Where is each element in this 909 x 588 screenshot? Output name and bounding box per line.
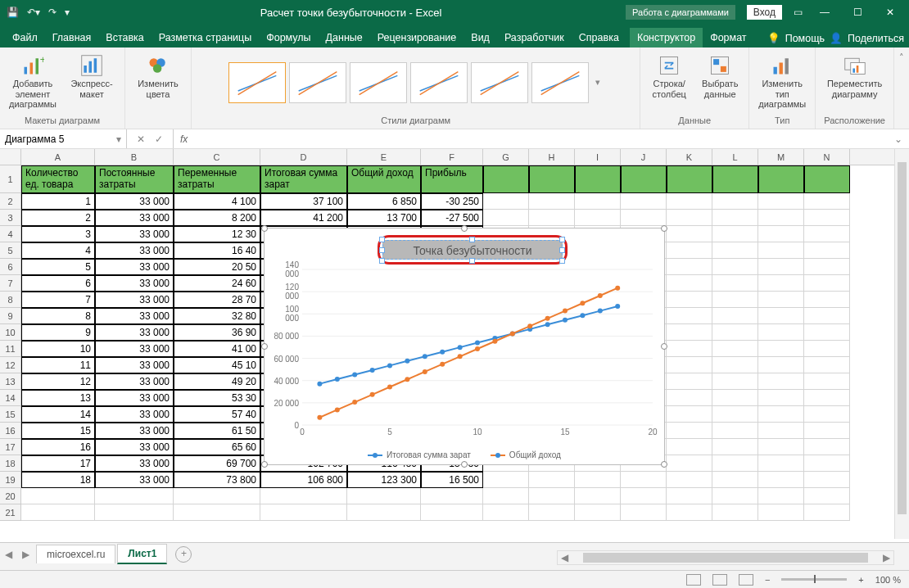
cell[interactable]: 5 [21,259,95,275]
cell[interactable]: 33 000 [95,324,174,341]
save-icon[interactable]: 💾 [7,7,19,18]
cell[interactable] [667,324,712,341]
cell[interactable] [712,308,758,324]
cell[interactable]: 9 [21,324,95,341]
col-header[interactable]: F [421,149,483,165]
cell[interactable]: 16 40 [174,242,260,259]
cell[interactable] [621,165,667,193]
tab-home[interactable]: Главная [45,28,99,47]
zoom-out-button[interactable]: − [765,575,770,585]
cell[interactable] [804,242,850,259]
cell[interactable] [712,292,758,308]
cell[interactable]: Постоянные затраты [95,165,174,193]
cell[interactable]: 33 000 [95,308,174,324]
cell[interactable] [758,193,804,210]
cell[interactable] [667,423,712,439]
cell[interactable] [174,488,260,504]
cell[interactable] [804,259,850,275]
cell[interactable] [575,193,621,210]
cell[interactable]: 65 60 [174,439,260,455]
cell[interactable]: 7 [21,292,95,308]
minimize-icon[interactable]: — [814,7,835,18]
cell[interactable]: 33 000 [95,259,174,275]
cell[interactable] [712,341,758,357]
cell[interactable] [95,504,174,521]
cell[interactable]: Прибыль [421,165,483,193]
move-chart-button[interactable]: Переместить диаграмму [830,54,880,99]
cell[interactable]: 11 [21,357,95,373]
cell[interactable] [21,488,95,504]
cell[interactable]: Количество ед. товара [21,165,95,193]
cell[interactable] [529,193,575,210]
cell[interactable]: 33 000 [95,472,174,488]
cell[interactable] [712,504,758,521]
cell[interactable]: 33 000 [95,292,174,308]
zoom-level[interactable]: 100 % [875,575,901,585]
cell[interactable] [667,210,712,226]
cell[interactable] [667,226,712,242]
cell[interactable] [804,423,850,439]
col-header[interactable]: D [260,149,347,165]
cell[interactable] [621,193,667,210]
col-header[interactable]: L [712,149,758,165]
cell[interactable] [483,193,529,210]
zoom-in-button[interactable]: + [858,575,863,585]
cell[interactable]: 13 [21,390,95,406]
cell[interactable]: Переменные затраты [174,165,260,193]
cell[interactable]: 16 500 [421,472,483,488]
cell[interactable] [804,373,850,390]
cell[interactable] [483,472,529,488]
chart-plot-area[interactable]: 020 00040 00060 00080 000100 000120 0001… [302,269,651,423]
sheet-tab-2[interactable]: Лист1 [117,544,167,564]
cell[interactable] [21,504,95,521]
cell[interactable] [667,406,712,423]
cell[interactable] [667,439,712,455]
col-header[interactable]: C [174,149,260,165]
change-chart-type-button[interactable]: Изменить тип диаграммы [758,54,807,110]
cell[interactable]: 37 100 [260,193,347,210]
cell[interactable] [260,504,347,521]
cell[interactable] [667,504,712,521]
tab-formulas[interactable]: Формулы [259,28,318,47]
fx-icon[interactable]: fx [174,133,194,145]
cell[interactable]: Общий доход [347,165,421,193]
col-header[interactable]: A [21,149,95,165]
cell[interactable] [667,455,712,472]
qat-more-icon[interactable]: ▾ [65,7,70,18]
cell[interactable] [667,242,712,259]
cell[interactable] [804,308,850,324]
tab-view[interactable]: Вид [464,28,497,47]
tab-chart-format[interactable]: Формат [703,28,753,47]
cell[interactable] [529,165,575,193]
cell[interactable] [758,390,804,406]
add-sheet-button[interactable]: + [175,546,192,563]
cell[interactable] [712,373,758,390]
cell[interactable] [667,390,712,406]
select-data-button[interactable]: Выбрать данные [699,54,740,99]
tab-developer[interactable]: Разработчик [497,28,572,47]
cell[interactable]: 32 80 [174,308,260,324]
cell[interactable] [712,165,758,193]
cell[interactable]: 33 000 [95,423,174,439]
cell[interactable] [758,308,804,324]
cell[interactable]: 33 000 [95,455,174,472]
cell[interactable] [347,488,421,504]
cell[interactable]: 14 [21,406,95,423]
style-gallery-more[interactable]: ▾ [592,74,604,91]
cell[interactable]: 16 [21,439,95,455]
name-box[interactable]: Диаграмма 5▾ [0,129,127,148]
cell[interactable] [347,504,421,521]
cell[interactable] [804,390,850,406]
cell[interactable]: 33 000 [95,357,174,373]
cell[interactable]: 24 60 [174,275,260,292]
cell[interactable] [758,341,804,357]
cell[interactable] [667,472,712,488]
cell[interactable]: 45 10 [174,357,260,373]
cell[interactable] [712,406,758,423]
close-icon[interactable]: ✕ [880,7,901,18]
cell[interactable] [712,455,758,472]
cell[interactable]: 33 000 [95,439,174,455]
cell[interactable]: 13 700 [347,210,421,226]
cell[interactable] [804,324,850,341]
cell[interactable]: 6 850 [347,193,421,210]
